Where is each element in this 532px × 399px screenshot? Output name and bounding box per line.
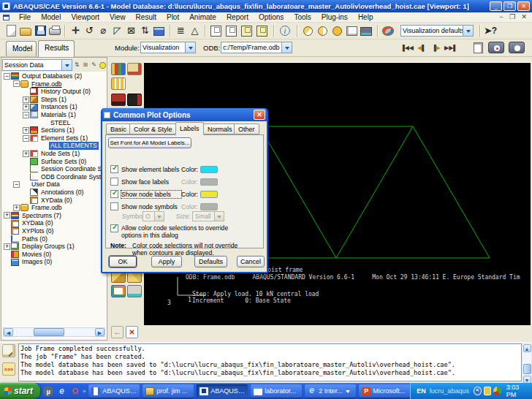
tree-item-label[interactable]: XYPlots (0) [20, 227, 55, 235]
close-button[interactable]: ✕ [517, 1, 530, 11]
tree-item[interactable]: Frame.odb [1, 204, 107, 212]
tree-expander-icon[interactable] [23, 189, 29, 196]
tree-item-label[interactable]: Paths (0) [20, 235, 49, 243]
color-code-defaults-combo[interactable]: Visualization defaults [400, 25, 474, 37]
tree-item[interactable]: Output Databases (2) [1, 72, 107, 80]
tree-item-label[interactable]: Element Sets (1) [39, 134, 89, 142]
tips-lightbulb-icon[interactable] [99, 62, 106, 69]
message-log[interactable]: Job Frame completed successfully.The job… [18, 343, 522, 381]
tree-item[interactable]: ODB Coordinate System [1, 173, 107, 181]
tree-item-label[interactable]: Steps (1) [39, 96, 68, 104]
color-swatch[interactable] [200, 178, 218, 186]
checkbox[interactable] [110, 190, 118, 198]
ok-button[interactable]: OK [109, 256, 137, 267]
save-icon[interactable] [34, 24, 48, 38]
tree-item-label[interactable]: Spectrums (7) [20, 212, 63, 220]
combo-dropdown-icon[interactable] [61, 60, 72, 70]
tree-expander-icon[interactable] [32, 119, 39, 126]
tree-expander-icon[interactable] [32, 142, 39, 149]
tree-expander-icon[interactable] [23, 151, 29, 157]
language-indicator[interactable]: EN [417, 387, 426, 395]
full-screen-icon[interactable] [360, 24, 373, 38]
combo-dropdown-icon[interactable] [185, 42, 195, 53]
tree-expander-icon[interactable] [23, 96, 29, 103]
tree-item[interactable]: Element Sets (1) [1, 134, 107, 142]
tree-expander-icon[interactable] [23, 104, 29, 110]
tree-expander-icon[interactable] [13, 181, 20, 188]
opera-icon[interactable] [70, 386, 80, 397]
prompt-cancel-icon[interactable]: ✕ [126, 326, 138, 338]
rotate-icon[interactable]: ↺ [83, 24, 96, 38]
menu-item[interactable]: View [104, 12, 131, 23]
create-item-icon[interactable]: ⊞ [81, 60, 89, 69]
tree-item[interactable]: XYData (0) [1, 197, 107, 205]
tree-expander-icon[interactable] [4, 259, 10, 265]
tree-expander-icon[interactable] [23, 112, 29, 118]
tree-item-label[interactable]: ALL ELEMENTS [49, 142, 99, 150]
tree-item-label[interactable]: ODB Coordinate System [39, 173, 107, 181]
set-font-button[interactable]: Set Font for All Model Labels... [108, 137, 191, 148]
menu-item[interactable]: Animate [184, 12, 221, 23]
tree-item-label[interactable]: User Data [30, 180, 61, 189]
allow-color-code-label[interactable]: Allow color code selections to override … [121, 224, 238, 239]
mdi-window-controls[interactable]: − ❒ ✕ [499, 12, 529, 23]
query-info-icon[interactable]: i [278, 24, 292, 38]
menu-item[interactable]: Options [254, 12, 289, 23]
message-area-icon[interactable] [2, 344, 15, 357]
tree-item[interactable]: XYPlots (0) [1, 227, 107, 235]
odb-combo[interactable]: c:/Temp/Frame.odb [221, 42, 292, 53]
tree-expander-icon[interactable] [13, 80, 20, 87]
scroll-up-icon[interactable]: ▲ [523, 344, 531, 352]
filled-render-icon[interactable] [240, 24, 254, 38]
view-cut-icon[interactable] [316, 24, 330, 38]
tab-model[interactable]: Model [6, 41, 37, 56]
perspective-icon[interactable]: △ [188, 24, 202, 38]
color-code-palette-icon[interactable] [381, 24, 395, 38]
combo-dropdown-icon[interactable] [281, 42, 292, 53]
task-button[interactable]: ABAQUS/... [197, 384, 248, 398]
tree-expander-icon[interactable] [23, 135, 29, 142]
render-beam-profiles-icon[interactable]: ≣ [174, 24, 188, 38]
combo-dropdown-icon[interactable] [463, 26, 473, 36]
tree-item[interactable]: Sections (1) [1, 126, 107, 134]
tree-item[interactable]: Annotations (0) [1, 189, 107, 197]
menu-item[interactable]: Viewport [66, 12, 104, 23]
tree-item[interactable]: User Data [1, 180, 107, 189]
command-line-icon[interactable]: >>> [2, 362, 15, 376]
new-file-icon[interactable] [4, 24, 18, 38]
tree-expander-icon[interactable] [4, 251, 10, 257]
prompt-back-arrow-icon[interactable]: ← [111, 326, 123, 338]
tree-item-label[interactable]: Session Coordinate Syst [39, 165, 107, 173]
tree-filter-combo[interactable]: Session Data [2, 59, 72, 71]
wireframe-render-icon[interactable] [209, 24, 223, 38]
tree-item[interactable]: Session Coordinate Syst [1, 165, 107, 173]
tree-item[interactable]: Images (0) [1, 258, 107, 266]
checkbox[interactable] [110, 224, 118, 232]
auto-fit-icon[interactable]: ⊠ [124, 24, 138, 38]
tab-color-style[interactable]: Color & Style [129, 123, 177, 134]
utorrent-icon[interactable] [43, 386, 53, 397]
apply-button[interactable]: Apply [151, 256, 182, 267]
tree-expander-icon[interactable] [4, 73, 10, 80]
tree-item-label[interactable]: Display Groups (1) [20, 243, 76, 251]
next-frame-icon[interactable]: ▐▶ [430, 42, 443, 53]
tree-item-label[interactable]: Frame.odb [30, 80, 64, 88]
tree-item[interactable]: Display Groups (1) [1, 243, 107, 251]
checkbox[interactable] [110, 165, 118, 173]
menu-item[interactable]: Plot [162, 12, 184, 23]
dialog-title-bar[interactable]: Common Plot Options ✕ [102, 108, 267, 121]
tree-item[interactable]: History Output (0) [1, 88, 107, 96]
tab-results[interactable]: Results [38, 40, 75, 57]
tree-item[interactable]: Materials (1) [1, 111, 107, 119]
module-combo[interactable]: Visualization [140, 42, 196, 53]
tree-item-label[interactable]: Materials (1) [39, 111, 77, 119]
menu-item[interactable]: Help [353, 12, 379, 23]
tree-expander-icon[interactable] [13, 205, 20, 211]
menu-item[interactable]: Plug-ins [316, 12, 353, 23]
viewer-monitor-icon[interactable] [127, 285, 142, 297]
tree-expander-icon[interactable] [4, 235, 10, 242]
tree-horizontal-scrollbar[interactable]: ◀ ▶ [3, 327, 105, 337]
tree-item-label[interactable]: Frame.odb [30, 204, 64, 212]
scroll-right-icon[interactable]: ▶ [95, 328, 104, 336]
defaults-button[interactable]: Defaults [194, 256, 227, 267]
